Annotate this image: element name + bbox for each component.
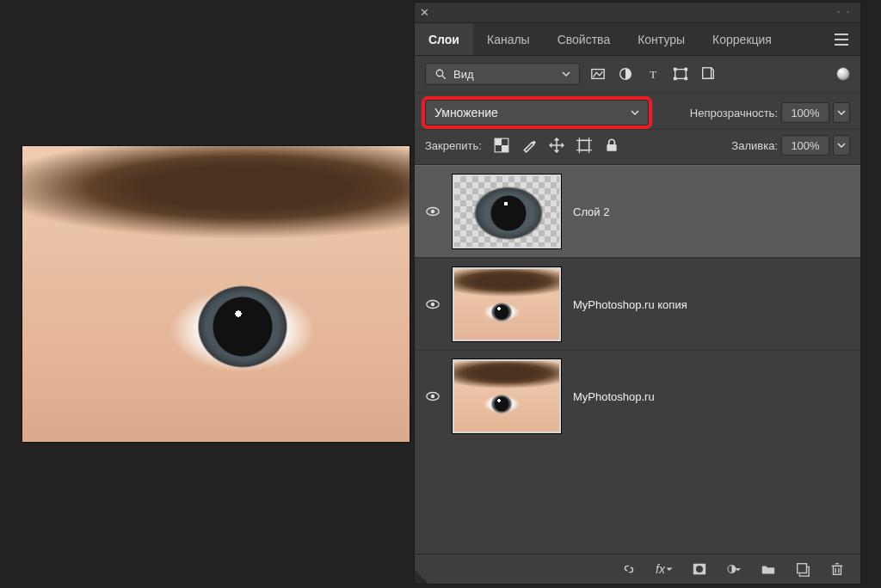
visibility-toggle-icon[interactable] bbox=[425, 389, 440, 404]
lock-brush-icon[interactable] bbox=[521, 138, 537, 153]
new-adjustment-icon[interactable]: ⏷ bbox=[726, 561, 742, 577]
search-icon bbox=[433, 66, 448, 82]
layer-actions-bar: fx ⏷ ⏷ bbox=[415, 554, 860, 584]
lock-move-icon[interactable] bbox=[549, 138, 564, 153]
tab-layers[interactable]: Слои bbox=[415, 23, 473, 55]
svg-point-30 bbox=[431, 395, 435, 399]
layer-filter-toolbar: Вид T bbox=[415, 56, 860, 93]
new-layer-icon[interactable] bbox=[795, 561, 810, 577]
delete-layer-icon[interactable] bbox=[829, 561, 845, 577]
svg-rect-12 bbox=[685, 77, 688, 81]
add-mask-icon[interactable] bbox=[692, 561, 707, 577]
lock-all-icon[interactable] bbox=[604, 138, 619, 153]
lock-fill-row: Закрепить: Заливка: 100% bbox=[415, 130, 860, 165]
layer-row[interactable]: MyPhotoshop.ru копия bbox=[415, 258, 860, 350]
filter-pixel-icon[interactable] bbox=[590, 66, 606, 82]
tab-properties[interactable]: Свойства bbox=[544, 23, 624, 55]
layer-row[interactable]: MyPhotoshop.ru bbox=[415, 350, 860, 442]
svg-point-26 bbox=[431, 210, 435, 214]
svg-line-4 bbox=[442, 76, 446, 79]
svg-rect-24 bbox=[607, 144, 616, 151]
svg-rect-34 bbox=[798, 564, 807, 573]
link-layers-icon[interactable] bbox=[621, 561, 637, 577]
fill-control: Заливка: 100% bbox=[731, 135, 850, 156]
tab-channels[interactable]: Каналы bbox=[473, 23, 544, 55]
layers-panel: ✕ ⠂⠂ Слои Каналы Свойства Контуры Коррек… bbox=[414, 2, 861, 585]
svg-point-28 bbox=[431, 303, 435, 307]
opacity-value[interactable]: 100% bbox=[781, 102, 829, 123]
blend-opacity-row: Умножение Непрозрачность: 100% bbox=[415, 93, 860, 130]
filter-text-icon[interactable]: T bbox=[645, 66, 661, 82]
filter-icons-group: T bbox=[590, 66, 716, 82]
layer-row[interactable]: Слой 2 bbox=[415, 165, 860, 258]
layer-thumbnail[interactable] bbox=[453, 267, 561, 341]
filter-type-label: Вид bbox=[453, 68, 474, 81]
panel-titlebar: ✕ ⠂⠂ bbox=[415, 3, 860, 23]
new-group-icon[interactable] bbox=[761, 561, 776, 577]
filter-toggle-icon[interactable] bbox=[836, 67, 850, 81]
svg-rect-10 bbox=[685, 68, 688, 71]
document-canvas[interactable] bbox=[22, 146, 410, 442]
layer-list: Слой 2 MyPhotoshop.ru копия MyPhotoshop.… bbox=[415, 165, 860, 554]
lock-icons-group bbox=[494, 138, 619, 153]
canvas-image bbox=[22, 146, 410, 442]
fill-value[interactable]: 100% bbox=[781, 135, 829, 156]
fill-label: Заливка: bbox=[731, 139, 778, 152]
layer-name[interactable]: MyPhotoshop.ru bbox=[573, 390, 655, 403]
close-icon[interactable]: ✕ bbox=[420, 6, 429, 19]
chevron-down-icon bbox=[562, 70, 570, 78]
fill-flyout-button[interactable] bbox=[833, 135, 850, 156]
svg-rect-15 bbox=[495, 138, 502, 145]
layer-fx-icon[interactable]: fx ⏷ bbox=[656, 561, 673, 577]
filter-adjust-icon[interactable] bbox=[618, 66, 633, 82]
lock-artboard-icon[interactable] bbox=[576, 138, 592, 153]
svg-rect-11 bbox=[674, 77, 677, 81]
chevron-down-icon bbox=[631, 108, 639, 117]
svg-rect-9 bbox=[674, 68, 677, 71]
svg-point-32 bbox=[696, 566, 703, 573]
svg-rect-8 bbox=[675, 70, 687, 79]
blend-mode-value: Умножение bbox=[434, 106, 498, 119]
opacity-label: Непрозрачность: bbox=[690, 107, 778, 119]
resize-handle-icon[interactable] bbox=[415, 570, 428, 584]
svg-text:T: T bbox=[650, 69, 656, 81]
filter-shape-icon[interactable] bbox=[673, 66, 688, 82]
layer-name[interactable]: MyPhotoshop.ru копия bbox=[573, 298, 687, 311]
opacity-flyout-button[interactable] bbox=[833, 102, 850, 123]
lock-label: Закрепить: bbox=[425, 139, 482, 152]
visibility-toggle-icon[interactable] bbox=[425, 297, 440, 312]
blend-mode-dropdown[interactable]: Умножение bbox=[425, 100, 649, 126]
panel-menu-icon[interactable] bbox=[833, 31, 852, 48]
svg-rect-13 bbox=[703, 68, 712, 79]
svg-rect-19 bbox=[579, 140, 588, 150]
tab-adjustments[interactable]: Коррекция bbox=[699, 23, 786, 55]
lock-pixels-icon[interactable] bbox=[494, 138, 509, 153]
panel-tabs: Слои Каналы Свойства Контуры Коррекция bbox=[415, 23, 860, 56]
layer-thumbnail[interactable] bbox=[453, 175, 561, 248]
layer-thumbnail[interactable] bbox=[453, 359, 561, 433]
filter-smartobject-icon[interactable] bbox=[700, 66, 716, 82]
svg-point-3 bbox=[436, 70, 443, 77]
svg-rect-35 bbox=[834, 566, 841, 574]
svg-rect-16 bbox=[502, 145, 508, 152]
filter-type-dropdown[interactable]: Вид bbox=[425, 63, 580, 85]
tab-paths[interactable]: Контуры bbox=[624, 23, 699, 55]
visibility-toggle-icon[interactable] bbox=[425, 204, 440, 219]
layer-name[interactable]: Слой 2 bbox=[573, 205, 609, 218]
opacity-control: Непрозрачность: 100% bbox=[690, 102, 850, 123]
panel-grip-icon[interactable]: ⠂⠂ bbox=[836, 7, 855, 19]
